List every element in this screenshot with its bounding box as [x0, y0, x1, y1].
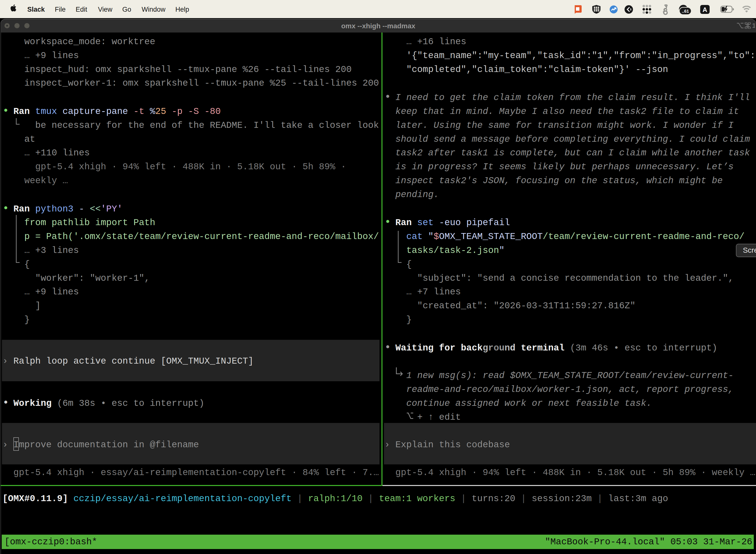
svg-text:..61: ..61 — [682, 9, 689, 14]
svg-text:A: A — [703, 6, 707, 13]
svg-text:1: 1 — [752, 22, 755, 29]
